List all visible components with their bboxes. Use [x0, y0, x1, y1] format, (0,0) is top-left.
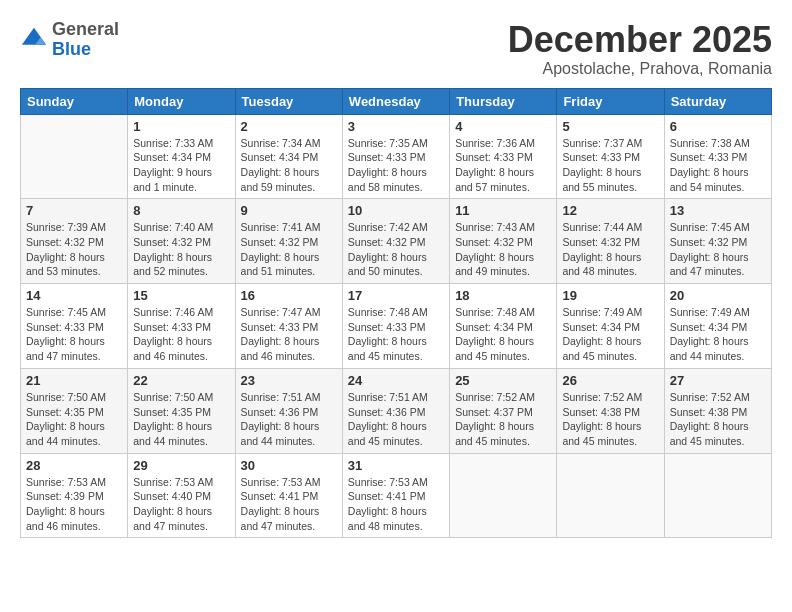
page-header: General Blue December 2025 Apostolache, …	[20, 20, 772, 78]
calendar-cell: 16Sunrise: 7:47 AMSunset: 4:33 PMDayligh…	[235, 284, 342, 369]
week-row-2: 7Sunrise: 7:39 AMSunset: 4:32 PMDaylight…	[21, 199, 772, 284]
day-number: 4	[455, 119, 551, 134]
calendar-cell: 26Sunrise: 7:52 AMSunset: 4:38 PMDayligh…	[557, 368, 664, 453]
logo: General Blue	[20, 20, 119, 60]
day-number: 25	[455, 373, 551, 388]
day-number: 17	[348, 288, 444, 303]
day-number: 9	[241, 203, 337, 218]
calendar-cell: 28Sunrise: 7:53 AMSunset: 4:39 PMDayligh…	[21, 453, 128, 538]
calendar-cell: 9Sunrise: 7:41 AMSunset: 4:32 PMDaylight…	[235, 199, 342, 284]
day-number: 18	[455, 288, 551, 303]
calendar-cell: 25Sunrise: 7:52 AMSunset: 4:37 PMDayligh…	[450, 368, 557, 453]
calendar-cell: 3Sunrise: 7:35 AMSunset: 4:33 PMDaylight…	[342, 114, 449, 199]
day-info: Sunrise: 7:45 AMSunset: 4:33 PMDaylight:…	[26, 305, 122, 364]
calendar-cell: 7Sunrise: 7:39 AMSunset: 4:32 PMDaylight…	[21, 199, 128, 284]
calendar-cell: 24Sunrise: 7:51 AMSunset: 4:36 PMDayligh…	[342, 368, 449, 453]
day-info: Sunrise: 7:35 AMSunset: 4:33 PMDaylight:…	[348, 136, 444, 195]
day-number: 29	[133, 458, 229, 473]
calendar-cell: 8Sunrise: 7:40 AMSunset: 4:32 PMDaylight…	[128, 199, 235, 284]
day-info: Sunrise: 7:53 AMSunset: 4:41 PMDaylight:…	[241, 475, 337, 534]
calendar-cell: 27Sunrise: 7:52 AMSunset: 4:38 PMDayligh…	[664, 368, 771, 453]
calendar-cell: 13Sunrise: 7:45 AMSunset: 4:32 PMDayligh…	[664, 199, 771, 284]
week-row-3: 14Sunrise: 7:45 AMSunset: 4:33 PMDayligh…	[21, 284, 772, 369]
day-info: Sunrise: 7:49 AMSunset: 4:34 PMDaylight:…	[670, 305, 766, 364]
calendar-cell: 22Sunrise: 7:50 AMSunset: 4:35 PMDayligh…	[128, 368, 235, 453]
day-number: 7	[26, 203, 122, 218]
day-info: Sunrise: 7:43 AMSunset: 4:32 PMDaylight:…	[455, 220, 551, 279]
day-number: 16	[241, 288, 337, 303]
header-row: SundayMondayTuesdayWednesdayThursdayFrid…	[21, 88, 772, 114]
calendar-cell: 10Sunrise: 7:42 AMSunset: 4:32 PMDayligh…	[342, 199, 449, 284]
day-info: Sunrise: 7:47 AMSunset: 4:33 PMDaylight:…	[241, 305, 337, 364]
calendar-cell	[450, 453, 557, 538]
day-info: Sunrise: 7:40 AMSunset: 4:32 PMDaylight:…	[133, 220, 229, 279]
day-info: Sunrise: 7:50 AMSunset: 4:35 PMDaylight:…	[133, 390, 229, 449]
day-number: 13	[670, 203, 766, 218]
day-number: 30	[241, 458, 337, 473]
day-number: 6	[670, 119, 766, 134]
day-info: Sunrise: 7:42 AMSunset: 4:32 PMDaylight:…	[348, 220, 444, 279]
day-number: 5	[562, 119, 658, 134]
calendar-cell: 11Sunrise: 7:43 AMSunset: 4:32 PMDayligh…	[450, 199, 557, 284]
day-number: 8	[133, 203, 229, 218]
day-info: Sunrise: 7:36 AMSunset: 4:33 PMDaylight:…	[455, 136, 551, 195]
day-info: Sunrise: 7:37 AMSunset: 4:33 PMDaylight:…	[562, 136, 658, 195]
day-info: Sunrise: 7:38 AMSunset: 4:33 PMDaylight:…	[670, 136, 766, 195]
calendar-cell	[664, 453, 771, 538]
calendar-cell: 6Sunrise: 7:38 AMSunset: 4:33 PMDaylight…	[664, 114, 771, 199]
day-info: Sunrise: 7:53 AMSunset: 4:40 PMDaylight:…	[133, 475, 229, 534]
day-info: Sunrise: 7:46 AMSunset: 4:33 PMDaylight:…	[133, 305, 229, 364]
logo-text: General Blue	[52, 20, 119, 60]
day-number: 22	[133, 373, 229, 388]
day-number: 3	[348, 119, 444, 134]
day-info: Sunrise: 7:50 AMSunset: 4:35 PMDaylight:…	[26, 390, 122, 449]
calendar-cell: 21Sunrise: 7:50 AMSunset: 4:35 PMDayligh…	[21, 368, 128, 453]
day-number: 14	[26, 288, 122, 303]
day-number: 31	[348, 458, 444, 473]
week-row-4: 21Sunrise: 7:50 AMSunset: 4:35 PMDayligh…	[21, 368, 772, 453]
day-info: Sunrise: 7:48 AMSunset: 4:34 PMDaylight:…	[455, 305, 551, 364]
logo-blue-text: Blue	[52, 39, 91, 59]
logo-general-text: General	[52, 19, 119, 39]
day-number: 2	[241, 119, 337, 134]
calendar-cell: 30Sunrise: 7:53 AMSunset: 4:41 PMDayligh…	[235, 453, 342, 538]
day-number: 26	[562, 373, 658, 388]
calendar-cell	[557, 453, 664, 538]
day-info: Sunrise: 7:53 AMSunset: 4:39 PMDaylight:…	[26, 475, 122, 534]
calendar-cell: 18Sunrise: 7:48 AMSunset: 4:34 PMDayligh…	[450, 284, 557, 369]
day-info: Sunrise: 7:53 AMSunset: 4:41 PMDaylight:…	[348, 475, 444, 534]
day-info: Sunrise: 7:52 AMSunset: 4:38 PMDaylight:…	[670, 390, 766, 449]
calendar-cell: 15Sunrise: 7:46 AMSunset: 4:33 PMDayligh…	[128, 284, 235, 369]
day-info: Sunrise: 7:51 AMSunset: 4:36 PMDaylight:…	[241, 390, 337, 449]
day-info: Sunrise: 7:48 AMSunset: 4:33 PMDaylight:…	[348, 305, 444, 364]
day-number: 1	[133, 119, 229, 134]
day-number: 28	[26, 458, 122, 473]
day-number: 21	[26, 373, 122, 388]
header-day-wednesday: Wednesday	[342, 88, 449, 114]
calendar-cell: 20Sunrise: 7:49 AMSunset: 4:34 PMDayligh…	[664, 284, 771, 369]
day-info: Sunrise: 7:39 AMSunset: 4:32 PMDaylight:…	[26, 220, 122, 279]
calendar-cell: 2Sunrise: 7:34 AMSunset: 4:34 PMDaylight…	[235, 114, 342, 199]
day-number: 10	[348, 203, 444, 218]
header-day-sunday: Sunday	[21, 88, 128, 114]
calendar-cell	[21, 114, 128, 199]
calendar-cell: 29Sunrise: 7:53 AMSunset: 4:40 PMDayligh…	[128, 453, 235, 538]
day-info: Sunrise: 7:41 AMSunset: 4:32 PMDaylight:…	[241, 220, 337, 279]
day-info: Sunrise: 7:34 AMSunset: 4:34 PMDaylight:…	[241, 136, 337, 195]
day-info: Sunrise: 7:51 AMSunset: 4:36 PMDaylight:…	[348, 390, 444, 449]
location-text: Apostolache, Prahova, Romania	[508, 60, 772, 78]
day-info: Sunrise: 7:44 AMSunset: 4:32 PMDaylight:…	[562, 220, 658, 279]
day-number: 23	[241, 373, 337, 388]
day-info: Sunrise: 7:52 AMSunset: 4:37 PMDaylight:…	[455, 390, 551, 449]
header-day-saturday: Saturday	[664, 88, 771, 114]
day-info: Sunrise: 7:49 AMSunset: 4:34 PMDaylight:…	[562, 305, 658, 364]
day-number: 24	[348, 373, 444, 388]
calendar-cell: 19Sunrise: 7:49 AMSunset: 4:34 PMDayligh…	[557, 284, 664, 369]
title-block: December 2025 Apostolache, Prahova, Roma…	[508, 20, 772, 78]
day-number: 27	[670, 373, 766, 388]
day-number: 20	[670, 288, 766, 303]
day-info: Sunrise: 7:52 AMSunset: 4:38 PMDaylight:…	[562, 390, 658, 449]
calendar-cell: 5Sunrise: 7:37 AMSunset: 4:33 PMDaylight…	[557, 114, 664, 199]
logo-icon	[20, 26, 48, 54]
calendar-cell: 1Sunrise: 7:33 AMSunset: 4:34 PMDaylight…	[128, 114, 235, 199]
